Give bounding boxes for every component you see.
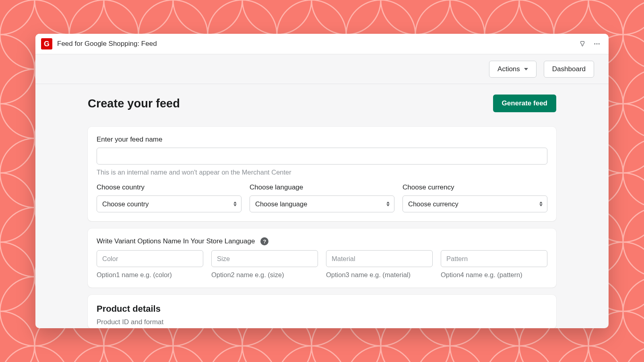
app-title: Feed for Google Shopping: Feed [57,40,157,48]
feed-name-help: This is an internal name and won't appea… [97,169,547,176]
feed-basics-card: Enter your feed name This is an internal… [88,127,556,221]
dashboard-button[interactable]: Dashboard [544,61,594,78]
svg-point-6 [594,43,595,45]
variant-option-1-input[interactable] [97,250,203,267]
variant-option-3-hint: Option3 name e.g. (material) [326,271,433,279]
svg-point-8 [599,43,600,45]
select-caret-icon [386,202,390,206]
language-select[interactable] [250,195,394,212]
toolbar: Actions Dashboard [35,54,609,84]
generate-feed-button[interactable]: Generate feed [493,95,556,112]
select-caret-icon [539,202,543,206]
variant-option-3-input[interactable] [326,250,433,267]
variant-options-card: Write Variant Options Name In Your Store… [88,228,556,288]
page-header: Create your feed Generate feed [88,95,556,112]
pin-icon[interactable] [576,38,588,50]
caret-down-icon [524,68,528,70]
page-title: Create your feed [88,97,180,110]
select-caret-icon [233,202,237,206]
app-window: G Feed for Google Shopping: Feed Actions… [35,34,609,328]
feed-name-label: Enter your feed name [97,136,547,144]
currency-select[interactable] [402,195,547,212]
variant-option-1-hint: Option1 name e.g. (color) [97,271,203,279]
language-label: Choose language [250,183,394,191]
country-select[interactable] [97,195,242,212]
feed-name-input[interactable] [97,148,547,165]
actions-button[interactable]: Actions [489,61,537,78]
product-details-subtitle: Product ID and format [97,318,547,326]
help-icon[interactable]: ? [260,237,268,245]
variant-option-4-hint: Option4 name e.g. (pattern) [441,271,547,279]
currency-label: Choose currency [402,183,547,191]
svg-point-7 [597,43,598,45]
country-label: Choose country [97,183,242,191]
app-logo: G [41,38,52,49]
actions-label: Actions [497,65,520,73]
variant-option-2-hint: Option2 name e.g. (size) [211,271,318,279]
product-details-title: Product details [97,304,547,314]
dashboard-label: Dashboard [552,65,586,73]
variant-heading: Write Variant Options Name In Your Store… [97,237,255,245]
more-icon[interactable] [591,38,603,50]
content-area: Create your feed Generate feed Enter you… [35,84,609,328]
titlebar: G Feed for Google Shopping: Feed [35,34,609,54]
variant-option-2-input[interactable] [211,250,318,267]
variant-option-4-input[interactable] [441,250,547,267]
product-details-card: Product details Product ID and format [88,295,556,328]
